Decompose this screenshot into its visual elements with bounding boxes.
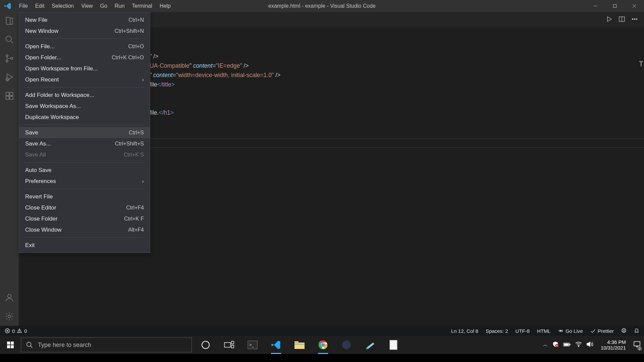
minimize-button[interactable]: [586, 0, 605, 12]
file-explorer-app-icon[interactable]: [294, 339, 305, 351]
svg-rect-20: [10, 96, 13, 99]
menu-file[interactable]: File: [15, 0, 32, 12]
menu-item-close-editor[interactable]: Close EditorCtrl+F4: [19, 202, 150, 213]
account-icon[interactable]: [5, 293, 14, 302]
tray-chevron-icon[interactable]: ︿: [543, 342, 548, 348]
tray-security-icon[interactable]: [552, 341, 558, 349]
svg-point-35: [27, 342, 31, 347]
run-debug-icon[interactable]: [5, 72, 14, 82]
menubar: FileEditSelectionViewGoRunTerminalHelp: [15, 0, 174, 12]
menu-item-open-folder[interactable]: Open Folder...Ctrl+K Ctrl+O: [19, 52, 150, 63]
app-blue-icon[interactable]: [341, 339, 352, 351]
menu-item-revert-file[interactable]: Revert File: [19, 191, 150, 202]
menu-item-save-workspace-as[interactable]: Save Workspace As...: [19, 101, 150, 112]
svg-text:>_: >_: [249, 343, 254, 347]
svg-rect-34: [11, 345, 14, 348]
app-notes-icon[interactable]: [364, 339, 376, 351]
menu-item-open-recent[interactable]: Open Recent›: [19, 74, 150, 85]
menu-view[interactable]: View: [77, 0, 96, 12]
svg-rect-17: [6, 93, 9, 96]
svg-point-30: [624, 330, 625, 330]
svg-rect-44: [294, 341, 299, 343]
status-bar: 0 0 Ln 12, Col 8 Spaces: 2 UTF-8 HTML Go…: [0, 326, 644, 336]
svg-rect-62: [634, 342, 640, 346]
menu-selection[interactable]: Selection: [48, 0, 77, 12]
menu-item-add-folder-to-workspace[interactable]: Add Folder to Workspace...: [19, 89, 150, 101]
close-button[interactable]: [625, 0, 644, 12]
chrome-app-icon[interactable]: [317, 339, 329, 351]
svg-point-22: [8, 315, 11, 318]
cursor-position[interactable]: Ln 12, Col 8: [451, 328, 478, 334]
prettier-status[interactable]: Prettier: [590, 328, 614, 334]
svg-rect-33: [7, 345, 10, 348]
menu-item-open-file[interactable]: Open File...Ctrl+O: [19, 41, 150, 52]
search-icon[interactable]: [5, 35, 14, 44]
wifi-icon[interactable]: [575, 342, 582, 349]
start-button[interactable]: [0, 341, 21, 349]
indentation[interactable]: Spaces: 2: [486, 328, 508, 334]
svg-rect-53: [390, 340, 397, 350]
source-control-icon[interactable]: [5, 54, 14, 63]
menu-item-save[interactable]: SaveCtrl+S: [19, 127, 150, 138]
svg-point-50: [342, 341, 351, 349]
explorer-icon[interactable]: [5, 16, 14, 25]
menu-item-close-folder[interactable]: Close FolderCtrl+K F: [19, 213, 150, 224]
menu-go[interactable]: Go: [97, 0, 111, 12]
chevron-right-icon: ›: [140, 178, 144, 185]
menu-item-save-as[interactable]: Save As...Ctrl+Shift+S: [19, 138, 150, 149]
svg-point-12: [6, 55, 8, 57]
svg-rect-1: [613, 5, 616, 8]
taskbar-search[interactable]: Type here to search: [21, 338, 192, 352]
more-icon[interactable]: [631, 16, 638, 24]
status-problems[interactable]: 0 0: [5, 328, 27, 334]
maximize-button[interactable]: [605, 0, 625, 12]
svg-point-7: [632, 19, 633, 20]
svg-point-29: [623, 330, 623, 330]
svg-point-37: [202, 341, 209, 349]
menu-item-duplicate-workspace[interactable]: Duplicate Workspace: [19, 112, 150, 123]
menu-help[interactable]: Help: [156, 0, 174, 12]
taskbar-clock[interactable]: 4:36 PM 10/31/2021: [598, 339, 629, 351]
menu-item-auto-save[interactable]: Auto Save: [19, 165, 150, 176]
extensions-icon[interactable]: [5, 91, 14, 101]
titlebar: FileEditSelectionViewGoRunTerminalHelp e…: [0, 0, 644, 12]
app-doc-icon[interactable]: [388, 339, 399, 351]
battery-icon[interactable]: [563, 342, 571, 349]
notif-badge: 2: [637, 347, 642, 351]
menu-item-exit[interactable]: Exit: [19, 240, 150, 251]
feedback-icon[interactable]: [621, 328, 627, 334]
menu-terminal[interactable]: Terminal: [128, 0, 156, 12]
svg-rect-31: [7, 342, 10, 345]
go-live-button[interactable]: Go Live: [558, 328, 583, 334]
system-tray: ︿ 4:36 PM 10/31/2021 2: [543, 336, 644, 354]
language-mode[interactable]: HTML: [537, 328, 551, 334]
svg-line-36: [31, 346, 33, 348]
svg-rect-52: [366, 348, 368, 349]
settings-gear-icon[interactable]: [5, 312, 14, 321]
menu-item-new-file[interactable]: New FileCtrl+N: [19, 14, 150, 25]
bell-icon[interactable]: [634, 328, 639, 334]
menu-item-close-window[interactable]: Close WindowAlt+F4: [19, 224, 150, 235]
svg-rect-19: [6, 96, 9, 99]
svg-point-49: [322, 344, 324, 346]
task-view-icon[interactable]: [223, 339, 235, 351]
svg-point-60: [578, 346, 579, 346]
svg-rect-32: [11, 342, 14, 345]
svg-point-13: [6, 60, 8, 62]
menu-item-new-window[interactable]: New WindowCtrl+Shift+N: [19, 25, 150, 37]
warning-count: 0: [24, 328, 27, 334]
vscode-logo-icon: [0, 2, 15, 10]
vscode-app-icon[interactable]: [270, 339, 282, 351]
menu-edit[interactable]: Edit: [32, 0, 48, 12]
run-icon[interactable]: [606, 16, 612, 24]
encoding[interactable]: UTF-8: [516, 328, 530, 334]
chevron-right-icon: ›: [140, 76, 144, 83]
menu-item-preferences[interactable]: Preferences›: [19, 176, 150, 187]
split-editor-icon[interactable]: [619, 16, 625, 24]
volume-icon[interactable]: [587, 341, 593, 349]
notifications-icon[interactable]: 2: [633, 341, 641, 349]
menu-item-open-workspace-from-file[interactable]: Open Workspace from File...: [19, 63, 150, 74]
cortana-icon[interactable]: [200, 339, 211, 351]
terminal-app-icon[interactable]: >_: [247, 339, 258, 351]
menu-run[interactable]: Run: [111, 0, 128, 12]
